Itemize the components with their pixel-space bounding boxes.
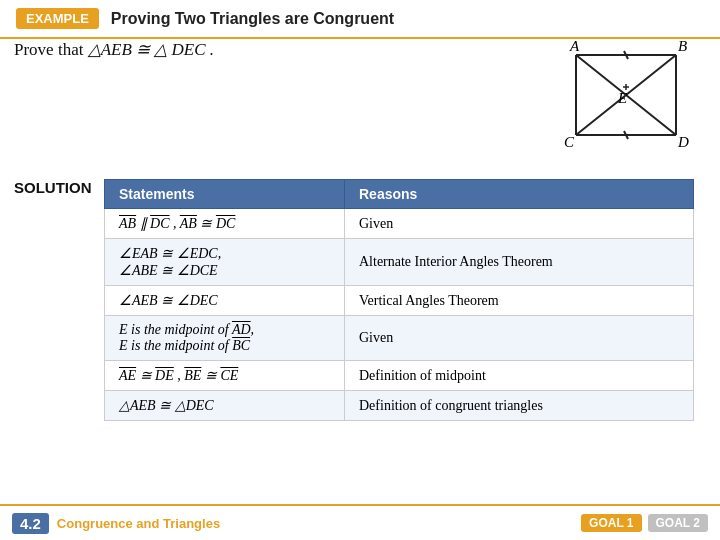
top-section: Prove that △AEB ≅ △ DEC . (14, 39, 706, 171)
goal1-badge[interactable]: GOAL 1 (581, 514, 641, 532)
solution-label: SOLUTION (14, 175, 104, 196)
reason-cell: Alternate Interior Angles Theorem (345, 239, 694, 286)
vertex-E: E (617, 90, 627, 106)
diagram-area: A B C D E (486, 35, 706, 165)
diagram-svg: A B C D E (546, 35, 706, 165)
vertex-B: B (678, 38, 687, 54)
statement-cell: E is the midpoint of AD,E is the midpoin… (105, 316, 345, 361)
vertex-A: A (569, 38, 580, 54)
table-row: AE ≅ DE , BE ≅ CEDefinition of midpoint (105, 361, 694, 391)
table-row: △AEB ≅ △DECDefinition of congruent trian… (105, 391, 694, 421)
statement-cell: AE ≅ DE , BE ≅ CE (105, 361, 345, 391)
footer-right: GOAL 1 GOAL 2 (581, 514, 708, 532)
col-statements: Statements (105, 180, 345, 209)
goal2-badge[interactable]: GOAL 2 (648, 514, 708, 532)
solution-table-row: SOLUTION Statements Reasons AB ∥ DC , AB… (14, 175, 706, 421)
statement-cell: ∠AEB ≅ ∠DEC (105, 286, 345, 316)
reason-cell: Definition of congruent triangles (345, 391, 694, 421)
table-row: ∠EAB ≅ ∠EDC,∠ABE ≅ ∠DCEAlternate Interio… (105, 239, 694, 286)
table-header-row: Statements Reasons (105, 180, 694, 209)
statement-cell: ∠EAB ≅ ∠EDC,∠ABE ≅ ∠DCE (105, 239, 345, 286)
reason-cell: Definition of midpoint (345, 361, 694, 391)
table-row: AB ∥ DC , AB ≅ DCGiven (105, 209, 694, 239)
prove-statement: Prove that △AEB ≅ △ DEC . (14, 39, 486, 60)
statement-cell: AB ∥ DC , AB ≅ DC (105, 209, 345, 239)
header-title: Proving Two Triangles are Congruent (111, 10, 394, 28)
table-container: Statements Reasons AB ∥ DC , AB ≅ DCGive… (104, 175, 694, 421)
reason-cell: Vertical Angles Theorem (345, 286, 694, 316)
footer: 4.2 Congruence and Triangles GOAL 1 GOAL… (0, 504, 720, 540)
vertex-D: D (677, 134, 689, 150)
header: EXAMPLE Proving Two Triangles are Congru… (0, 0, 720, 39)
vertex-C: C (564, 134, 575, 150)
table-row: E is the midpoint of AD,E is the midpoin… (105, 316, 694, 361)
prove-math: △AEB ≅ △ DEC . (88, 40, 214, 59)
footer-left: 4.2 Congruence and Triangles (12, 513, 220, 534)
statement-cell: △AEB ≅ △DEC (105, 391, 345, 421)
prove-prefix: Prove that (14, 40, 88, 59)
example-badge: EXAMPLE (16, 8, 99, 29)
col-reasons: Reasons (345, 180, 694, 209)
footer-subject: Congruence and Triangles (57, 516, 220, 531)
reason-cell: Given (345, 316, 694, 361)
proof-table: Statements Reasons AB ∥ DC , AB ≅ DCGive… (104, 179, 694, 421)
content-body: Prove that △AEB ≅ △ DEC . (0, 39, 720, 421)
footer-number: 4.2 (12, 513, 49, 534)
top-left: Prove that △AEB ≅ △ DEC . (14, 39, 486, 70)
table-row: ∠AEB ≅ ∠DECVertical Angles Theorem (105, 286, 694, 316)
reason-cell: Given (345, 209, 694, 239)
